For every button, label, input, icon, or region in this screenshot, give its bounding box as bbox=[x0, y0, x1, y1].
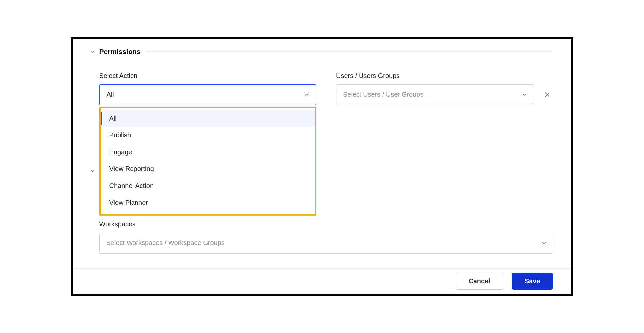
users-groups-field: Users / Users Groups Select Users / User… bbox=[336, 72, 553, 105]
select-action-value: All bbox=[107, 91, 114, 98]
select-action-label: Select Action bbox=[99, 72, 317, 80]
select-action-option-view-reporting[interactable]: View Reporting bbox=[101, 161, 315, 177]
chevron-up-icon bbox=[304, 92, 310, 98]
chevron-down-icon bbox=[541, 240, 547, 246]
cancel-button[interactable]: Cancel bbox=[456, 273, 503, 290]
select-action-option-engage[interactable]: Engage bbox=[101, 144, 315, 161]
workspaces-placeholder: Select Workspaces / Workspace Groups bbox=[106, 239, 225, 247]
select-action-option-publish[interactable]: Publish bbox=[101, 127, 315, 144]
remove-row-button[interactable] bbox=[541, 89, 553, 101]
chevron-down-icon bbox=[522, 92, 528, 98]
workspaces-select[interactable]: Select Workspaces / Workspace Groups bbox=[99, 233, 553, 254]
chevron-down-icon[interactable] bbox=[90, 49, 95, 55]
chevron-down-icon[interactable] bbox=[90, 168, 95, 174]
workspaces-label: Workspaces bbox=[99, 220, 553, 228]
select-action-field: Select Action All All Publish Engage Vie… bbox=[99, 72, 317, 105]
users-groups-label: Users / Users Groups bbox=[336, 72, 553, 80]
select-action-option-channel-action[interactable]: Channel Action bbox=[101, 177, 315, 194]
section-header-permissions: Permissions bbox=[73, 39, 571, 56]
select-action-options-panel: All Publish Engage View Reporting Channe… bbox=[99, 107, 317, 216]
dialog-frame: Permissions Select Action All All P bbox=[71, 37, 573, 296]
permissions-row: Select Action All All Publish Engage Vie… bbox=[73, 56, 571, 105]
select-action-option-view-planner[interactable]: View Planner bbox=[101, 194, 315, 211]
select-action-select[interactable]: All bbox=[99, 84, 317, 105]
select-action-option-all[interactable]: All bbox=[101, 110, 315, 127]
section-divider bbox=[146, 51, 553, 52]
users-groups-placeholder: Select Users / User Groups bbox=[343, 91, 423, 98]
footer-actions: Cancel Save bbox=[73, 268, 571, 294]
users-groups-select[interactable]: Select Users / User Groups bbox=[336, 84, 534, 105]
select-action-dropdown: All All Publish Engage View Reporting Ch… bbox=[99, 84, 317, 105]
save-button[interactable]: Save bbox=[512, 273, 553, 290]
section-title-permissions: Permissions bbox=[99, 48, 141, 56]
